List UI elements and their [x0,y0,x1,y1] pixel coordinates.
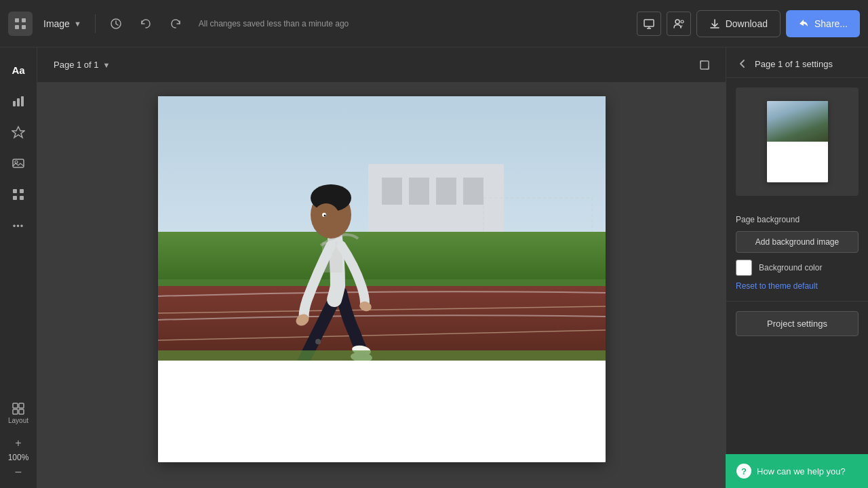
svg-rect-31 [436,178,456,205]
svg-rect-13 [21,96,24,106]
zoom-control: + 100% – [8,435,29,480]
svg-rect-2 [15,25,19,29]
zoom-value: 100% [8,453,29,462]
right-panel: Page 1 of 1 settings Page background Add… [726,47,868,488]
main-area: Aa [0,47,868,488]
svg-rect-17 [13,189,17,193]
share-button[interactable]: Share... [786,10,860,37]
background-color-row: Background color [736,260,859,276]
thumbnail-area [726,78,868,205]
sidebar-item-more[interactable]: ••• [4,211,33,240]
thumbnail-white-area [767,142,828,182]
reset-theme-link[interactable]: Reset to theme default [736,281,818,291]
autosave-status: All changes saved less than a minute ago [199,19,631,28]
page-canvas[interactable] [158,96,606,462]
svg-point-46 [313,203,340,233]
zoom-plus-button[interactable]: + [9,435,28,451]
svg-marker-14 [12,127,24,138]
canvas-area: Page 1 of 1 ▼ [37,47,726,488]
page-thumbnail[interactable] [767,101,828,182]
sidebar-bottom: Layout + 100% – [4,399,33,480]
left-sidebar: Aa [0,47,37,488]
svg-rect-0 [15,18,19,22]
project-settings-button[interactable]: Project settings [736,311,859,336]
sidebar-item-text[interactable]: Aa [4,56,33,84]
present-button[interactable] [637,12,661,36]
apps-icon [12,188,25,201]
sidebar-item-elements[interactable] [4,118,33,146]
help-icon: ? [736,464,751,479]
page-background-section: Page background Add background image Bac… [726,205,868,302]
svg-point-8 [675,20,679,24]
athlete-svg [158,96,606,361]
svg-point-16 [15,161,18,163]
share-label: Share... [814,18,848,29]
collaborate-button[interactable] [667,12,691,36]
undo-button[interactable] [134,12,158,36]
svg-rect-12 [17,98,20,106]
help-text: How can we help you? [757,466,846,476]
panel-title: Page 1 of 1 settings [755,59,833,69]
expand-canvas-button[interactable] [694,55,715,75]
page-thumbnail-wrapper[interactable] [736,87,859,196]
file-title-text: Image [43,18,70,29]
sidebar-item-photos[interactable] [4,149,33,178]
svg-rect-22 [19,403,24,408]
svg-rect-24 [19,409,24,414]
panel-back-button[interactable] [736,57,749,70]
charts-icon [12,94,25,108]
svg-rect-20 [20,196,24,200]
zoom-minus-button[interactable]: – [9,464,28,480]
canvas-toolbar-right [694,55,715,75]
svg-rect-51 [158,350,606,361]
page-background-label: Page background [736,215,859,224]
svg-rect-30 [409,178,429,205]
svg-rect-29 [382,178,402,205]
thumbnail-image-inner [767,101,828,142]
sidebar-item-apps[interactable] [4,180,33,209]
svg-point-48 [323,215,326,217]
redo-button[interactable] [163,12,188,36]
svg-rect-21 [13,403,18,408]
background-color-swatch[interactable] [736,260,752,276]
background-color-label: Background color [759,263,822,272]
canvas-content[interactable] [37,83,726,488]
svg-rect-5 [644,20,654,26]
svg-point-9 [681,20,684,23]
svg-rect-19 [13,196,17,200]
svg-rect-15 [13,159,24,167]
topbar-right-actions: Download Share... [637,10,860,37]
photos-icon [12,157,25,170]
svg-rect-34 [158,232,606,286]
expand-icon [699,60,710,70]
thumbnail-image [767,101,828,142]
page-selector-chevron-icon: ▼ [103,61,111,69]
page-selector-label: Page 1 of 1 [54,60,99,70]
text-icon: Aa [12,64,24,76]
sidebar-item-charts[interactable] [4,87,33,115]
canvas-toolbar: Page 1 of 1 ▼ [37,47,726,83]
svg-rect-25 [701,61,709,69]
more-icon: ••• [13,221,24,231]
layout-label: Layout [8,417,28,424]
canvas-image[interactable] [158,96,606,361]
project-settings-section: Project settings [726,302,868,346]
panel-header: Page 1 of 1 settings [726,47,868,78]
file-title-button[interactable]: Image ▼ [38,14,87,33]
app-logo[interactable] [8,12,33,36]
download-button[interactable]: Download [696,10,781,37]
svg-rect-3 [22,25,26,29]
elements-icon [12,125,25,139]
download-label: Download [726,18,768,29]
title-chevron-icon: ▼ [74,20,81,28]
history-button[interactable] [104,12,128,36]
layout-icon [12,402,25,415]
page-selector[interactable]: Page 1 of 1 ▼ [48,56,115,73]
svg-rect-32 [463,178,484,205]
help-bar[interactable]: ? How can we help you? [726,454,868,488]
svg-rect-11 [13,101,16,106]
topbar: Image ▼ All changes saved less than a mi… [0,0,868,47]
layout-button[interactable]: Layout [4,399,33,427]
svg-rect-36 [158,286,606,361]
add-background-image-button[interactable]: Add background image [736,231,859,253]
